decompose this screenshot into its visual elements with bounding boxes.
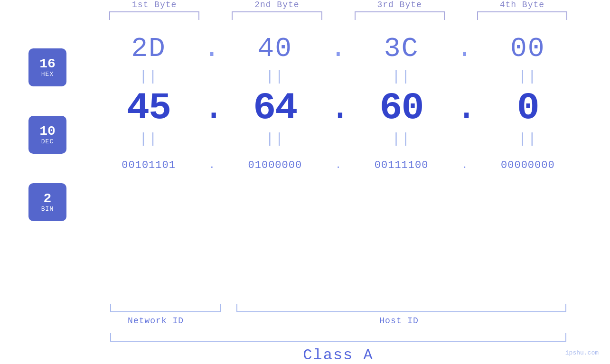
byte2-label: 2nd Byte [217,0,336,9]
bin-dot2-cell: . [329,159,348,171]
dec-b1-cell: 45 [95,86,202,130]
byte1-header-col: 1st Byte [95,0,214,20]
eq1-b3-sym: || [392,69,411,85]
bin-dot3-cell: . [455,159,474,171]
bin-value-row: 00101101 . 01000000 . 00111100 . [95,149,582,182]
dec-b2: 64 [253,86,297,130]
hex-b1-cell: 2D [95,33,202,64]
hex-dot2-cell: . [329,33,348,64]
eq2-b2-sym: || [265,131,284,147]
bin-b4-cell: 00000000 [474,159,582,171]
dec-b2-cell: 64 [221,86,328,130]
eq2-b4-sym: || [518,131,537,147]
class-label-row: Class A [95,346,582,364]
bin-b1: 00101101 [122,159,176,171]
hex-dot2: . [330,33,347,64]
hex-dot3-cell: . [455,33,474,64]
byte1-bracket-top [109,11,199,20]
hex-badge-number: 16 [39,57,56,71]
bin-dot3: . [461,159,468,171]
eq1-b4: || [474,69,582,85]
badges-column: 16 HEX 10 DEC 2 BIN [28,20,95,221]
watermark: ipshu.com [565,349,599,356]
network-id-label: Network ID [95,316,216,326]
eq2-b3: || [348,131,455,147]
byte4-label: 4th Byte [463,0,582,9]
hex-badge-label: HEX [41,71,54,78]
hex-dot1: . [204,33,220,64]
id-labels-row: Network ID Host ID [95,316,582,326]
values-area: 2D . 40 . 3C . 00 [95,20,582,182]
byte3-bracket-top [355,11,445,20]
class-label: Class A [303,346,373,364]
hex-b2-cell: 40 [221,33,328,64]
eq1-b4-sym: || [518,69,537,85]
hex-dot1-cell: . [202,33,221,64]
dec-b3-cell: 60 [348,86,455,130]
byte2-bracket-top [232,11,322,20]
eq2-b1-sym: || [139,131,158,147]
dec-b4: 0 [517,86,539,130]
eq1-b3: || [348,69,455,85]
bin-dot2: . [335,159,341,171]
byte3-label: 3rd Byte [340,0,459,9]
eq-row-2: || || || || [95,130,582,149]
main-grid: 16 HEX 10 DEC 2 BIN 2D . [28,20,582,304]
hex-b4: 00 [510,33,545,64]
byte4-header-col: 4th Byte [463,0,582,20]
hex-b4-cell: 00 [474,33,582,64]
bin-b1-cell: 00101101 [95,159,202,171]
host-id-bracket [236,304,566,312]
eq1-b1-sym: || [139,69,158,85]
eq1-b2-sym: || [265,69,284,85]
hex-value-row: 2D . 40 . 3C . 00 [95,29,582,67]
bin-badge-label: BIN [41,205,54,213]
bin-b3: 00111100 [375,159,429,171]
dec-dot3-cell: . [455,86,474,130]
hex-dot3: . [456,33,473,64]
byte3-header-col: 3rd Byte [340,0,459,20]
main-container: 1st Byte 2nd Byte 3rd Byte 4th Byte 16 H… [0,0,610,364]
bin-b2: 01000000 [248,159,302,171]
network-id-bracket [110,304,221,312]
hex-b1: 2D [131,33,166,64]
eq2-b3-sym: || [392,131,411,147]
dec-value-row: 45 . 64 . 60 . 0 [95,86,582,130]
dec-dot1-cell: . [202,86,221,130]
eq-row-1: || || || || [95,67,582,86]
byte-headers: 1st Byte 2nd Byte 3rd Byte 4th Byte [95,0,582,20]
dec-badge-label: DEC [41,138,54,145]
host-id-label: Host ID [216,316,582,326]
dec-b1: 45 [127,86,170,130]
byte4-bracket-top [477,11,567,20]
byte2-header-col: 2nd Byte [217,0,336,20]
bin-b3-cell: 00111100 [348,159,455,171]
eq1-b1: || [95,69,202,85]
class-bracket [110,333,566,342]
bottom-bracket-row [95,304,582,312]
eq2-b4: || [474,131,582,147]
dec-badge: 10 DEC [28,116,66,154]
eq2-b2: || [221,131,328,147]
byte1-label: 1st Byte [95,0,214,9]
hex-b3-cell: 3C [348,33,455,64]
eq2-b1: || [95,131,202,147]
dec-badge-number: 10 [39,125,56,138]
eq1-b2: || [221,69,328,85]
hex-b3: 3C [384,33,419,64]
bin-dot1: . [209,159,215,171]
bin-dot1-cell: . [202,159,221,171]
dec-dot2-cell: . [329,86,348,130]
bin-b2-cell: 01000000 [221,159,328,171]
bin-b4: 00000000 [501,159,555,171]
hex-b2: 40 [258,33,293,64]
bin-badge-number: 2 [44,192,52,205]
bin-badge: 2 BIN [28,183,66,221]
dec-b4-cell: 0 [474,86,582,130]
bottom-brackets-section: Network ID Host ID Class A [28,304,582,364]
dec-b3: 60 [380,86,423,130]
hex-badge: 16 HEX [28,48,66,86]
